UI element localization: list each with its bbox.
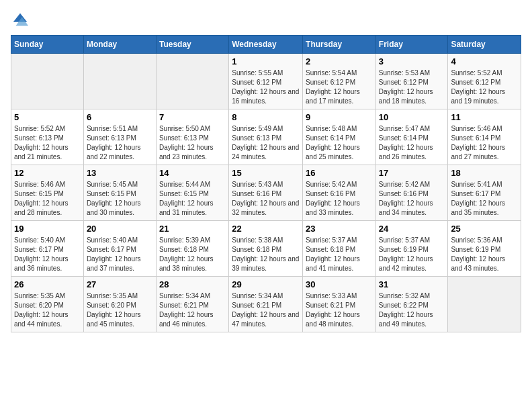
day-info: Sunrise: 5:32 AMSunset: 6:22 PMDaylight:…	[379, 291, 445, 329]
calendar-cell: 24Sunrise: 5:37 AMSunset: 6:19 PMDayligh…	[375, 221, 448, 277]
day-header-sunday: Sunday	[11, 36, 84, 54]
day-number: 9	[306, 112, 373, 122]
calendar-cell: 26Sunrise: 5:35 AMSunset: 6:20 PMDayligh…	[11, 277, 84, 332]
calendar-cell: 12Sunrise: 5:46 AMSunset: 6:15 PMDayligh…	[11, 165, 84, 221]
calendar-cell: 2Sunrise: 5:54 AMSunset: 6:12 PMDaylight…	[303, 54, 376, 109]
calendar-cell: 30Sunrise: 5:33 AMSunset: 6:21 PMDayligh…	[303, 277, 376, 332]
day-info: Sunrise: 5:52 AMSunset: 6:12 PMDaylight:…	[451, 68, 518, 106]
day-number: 21	[159, 224, 226, 234]
day-number: 3	[379, 56, 445, 66]
day-number: 30	[306, 279, 373, 289]
day-header-saturday: Saturday	[448, 36, 521, 54]
day-number: 13	[87, 168, 153, 178]
calendar-cell: 31Sunrise: 5:32 AMSunset: 6:22 PMDayligh…	[375, 277, 448, 332]
week-row-4: 19Sunrise: 5:40 AMSunset: 6:17 PMDayligh…	[11, 221, 521, 277]
day-info: Sunrise: 5:35 AMSunset: 6:20 PMDaylight:…	[14, 291, 81, 329]
logo-icon	[11, 11, 30, 30]
day-number: 5	[14, 112, 81, 122]
calendar-cell: 18Sunrise: 5:41 AMSunset: 6:17 PMDayligh…	[448, 165, 521, 221]
header-row: SundayMondayTuesdayWednesdayThursdayFrid…	[11, 36, 521, 54]
calendar-cell: 17Sunrise: 5:42 AMSunset: 6:16 PMDayligh…	[375, 165, 448, 221]
calendar-cell: 16Sunrise: 5:42 AMSunset: 6:16 PMDayligh…	[303, 165, 376, 221]
day-info: Sunrise: 5:42 AMSunset: 6:16 PMDaylight:…	[306, 180, 373, 218]
calendar-cell: 25Sunrise: 5:36 AMSunset: 6:19 PMDayligh…	[448, 221, 521, 277]
day-number: 28	[159, 279, 226, 289]
day-info: Sunrise: 5:55 AMSunset: 6:12 PMDaylight:…	[232, 68, 300, 106]
week-row-1: 1Sunrise: 5:55 AMSunset: 6:12 PMDaylight…	[11, 54, 521, 109]
day-info: Sunrise: 5:50 AMSunset: 6:13 PMDaylight:…	[159, 124, 226, 162]
calendar-cell	[83, 54, 156, 109]
calendar-cell: 22Sunrise: 5:38 AMSunset: 6:18 PMDayligh…	[229, 221, 303, 277]
day-number: 18	[451, 168, 518, 178]
day-number: 2	[306, 56, 373, 66]
day-info: Sunrise: 5:33 AMSunset: 6:21 PMDaylight:…	[306, 291, 373, 329]
day-info: Sunrise: 5:35 AMSunset: 6:20 PMDaylight:…	[87, 291, 153, 329]
calendar-cell: 1Sunrise: 5:55 AMSunset: 6:12 PMDaylight…	[229, 54, 303, 109]
day-number: 24	[379, 224, 445, 234]
calendar-cell: 13Sunrise: 5:45 AMSunset: 6:15 PMDayligh…	[83, 165, 156, 221]
day-info: Sunrise: 5:41 AMSunset: 6:17 PMDaylight:…	[451, 180, 518, 218]
day-number: 15	[232, 168, 300, 178]
calendar-table: SundayMondayTuesdayWednesdayThursdayFrid…	[11, 35, 521, 332]
day-number: 23	[306, 224, 373, 234]
day-header-friday: Friday	[375, 36, 448, 54]
week-row-2: 5Sunrise: 5:52 AMSunset: 6:13 PMDaylight…	[11, 109, 521, 165]
day-number: 7	[159, 112, 226, 122]
day-number: 22	[232, 224, 300, 234]
day-info: Sunrise: 5:37 AMSunset: 6:19 PMDaylight:…	[379, 236, 445, 273]
day-info: Sunrise: 5:43 AMSunset: 6:16 PMDaylight:…	[232, 180, 300, 218]
day-number: 16	[306, 168, 373, 178]
day-number: 17	[379, 168, 445, 178]
week-row-3: 12Sunrise: 5:46 AMSunset: 6:15 PMDayligh…	[11, 165, 521, 221]
day-info: Sunrise: 5:34 AMSunset: 6:21 PMDaylight:…	[232, 291, 300, 329]
calendar-cell	[448, 277, 521, 332]
day-info: Sunrise: 5:49 AMSunset: 6:13 PMDaylight:…	[232, 124, 300, 162]
day-info: Sunrise: 5:54 AMSunset: 6:12 PMDaylight:…	[306, 68, 373, 106]
day-info: Sunrise: 5:51 AMSunset: 6:13 PMDaylight:…	[87, 124, 153, 162]
day-header-tuesday: Tuesday	[156, 36, 228, 54]
day-number: 20	[87, 224, 153, 234]
day-info: Sunrise: 5:46 AMSunset: 6:14 PMDaylight:…	[451, 124, 518, 162]
day-info: Sunrise: 5:46 AMSunset: 6:15 PMDaylight:…	[14, 180, 81, 218]
calendar-cell: 27Sunrise: 5:35 AMSunset: 6:20 PMDayligh…	[83, 277, 156, 332]
calendar-cell: 15Sunrise: 5:43 AMSunset: 6:16 PMDayligh…	[229, 165, 303, 221]
calendar-cell	[156, 54, 228, 109]
day-number: 12	[14, 168, 81, 178]
day-header-thursday: Thursday	[303, 36, 376, 54]
day-info: Sunrise: 5:48 AMSunset: 6:14 PMDaylight:…	[306, 124, 373, 162]
calendar-cell: 7Sunrise: 5:50 AMSunset: 6:13 PMDaylight…	[156, 109, 228, 165]
day-number: 29	[232, 279, 300, 289]
calendar-cell: 5Sunrise: 5:52 AMSunset: 6:13 PMDaylight…	[11, 109, 84, 165]
logo	[11, 11, 32, 30]
day-info: Sunrise: 5:40 AMSunset: 6:17 PMDaylight:…	[14, 236, 81, 273]
calendar-cell: 4Sunrise: 5:52 AMSunset: 6:12 PMDaylight…	[448, 54, 521, 109]
day-header-wednesday: Wednesday	[229, 36, 303, 54]
page-header	[11, 11, 521, 30]
calendar-cell	[11, 54, 84, 109]
calendar-cell: 21Sunrise: 5:39 AMSunset: 6:18 PMDayligh…	[156, 221, 228, 277]
day-number: 19	[14, 224, 81, 234]
calendar-cell: 6Sunrise: 5:51 AMSunset: 6:13 PMDaylight…	[83, 109, 156, 165]
calendar-cell: 8Sunrise: 5:49 AMSunset: 6:13 PMDaylight…	[229, 109, 303, 165]
day-number: 10	[379, 112, 445, 122]
calendar-cell: 14Sunrise: 5:44 AMSunset: 6:15 PMDayligh…	[156, 165, 228, 221]
calendar-cell: 23Sunrise: 5:37 AMSunset: 6:18 PMDayligh…	[303, 221, 376, 277]
day-number: 26	[14, 279, 81, 289]
day-info: Sunrise: 5:38 AMSunset: 6:18 PMDaylight:…	[232, 236, 300, 273]
day-number: 25	[451, 224, 518, 234]
day-info: Sunrise: 5:34 AMSunset: 6:21 PMDaylight:…	[159, 291, 226, 329]
day-number: 8	[232, 112, 300, 122]
day-info: Sunrise: 5:53 AMSunset: 6:12 PMDaylight:…	[379, 68, 445, 106]
day-info: Sunrise: 5:52 AMSunset: 6:13 PMDaylight:…	[14, 124, 81, 162]
day-header-monday: Monday	[83, 36, 156, 54]
day-number: 4	[451, 56, 518, 66]
day-info: Sunrise: 5:36 AMSunset: 6:19 PMDaylight:…	[451, 236, 518, 273]
day-number: 1	[232, 56, 300, 66]
day-number: 31	[379, 279, 445, 289]
day-info: Sunrise: 5:44 AMSunset: 6:15 PMDaylight:…	[159, 180, 226, 218]
day-number: 6	[87, 112, 153, 122]
calendar-cell: 19Sunrise: 5:40 AMSunset: 6:17 PMDayligh…	[11, 221, 84, 277]
day-info: Sunrise: 5:45 AMSunset: 6:15 PMDaylight:…	[87, 180, 153, 218]
day-info: Sunrise: 5:37 AMSunset: 6:18 PMDaylight:…	[306, 236, 373, 273]
calendar-cell: 10Sunrise: 5:47 AMSunset: 6:14 PMDayligh…	[375, 109, 448, 165]
